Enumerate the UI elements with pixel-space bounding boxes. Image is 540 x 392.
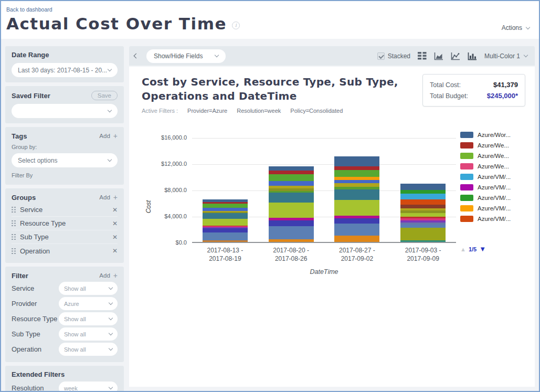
bar-segment[interactable] (269, 174, 314, 181)
stacked-checkbox[interactable] (377, 52, 385, 60)
bar-segment[interactable] (269, 193, 314, 203)
legend-item[interactable]: Azure/VM/... (460, 174, 522, 180)
bar-segment[interactable] (400, 205, 446, 208)
bar-segment[interactable] (334, 200, 379, 215)
bar-segment[interactable] (334, 166, 379, 170)
filter-by-label: Filter By (12, 172, 118, 178)
filter-sub-type-dropdown[interactable]: Show all (59, 327, 118, 341)
filter-provider-dropdown[interactable]: Azure (59, 297, 118, 310)
bar-segment[interactable] (203, 240, 248, 242)
close-icon[interactable]: ✕ (112, 247, 118, 255)
group-item-resource-type[interactable]: Resource Type ✕ (12, 217, 118, 230)
legend-item[interactable]: Azure/We... (460, 163, 522, 169)
tags-add-button[interactable]: Add + (99, 132, 118, 140)
drag-handle-icon[interactable] (12, 234, 16, 240)
area-chart-icon[interactable] (434, 52, 443, 60)
bar-segment[interactable] (334, 189, 379, 200)
legend-page-up-icon[interactable]: ▲ (460, 246, 466, 252)
bar-segment[interactable] (203, 228, 248, 232)
legend-item[interactable]: Azure/VM/... (460, 195, 522, 201)
bar-segment[interactable] (334, 218, 379, 224)
stacked-bar[interactable] (269, 166, 314, 242)
filter-service-dropdown[interactable]: Show all (59, 282, 118, 295)
filter-row-value: Show all (64, 346, 86, 353)
x-axis: 2017-08-13 -2017-08-192017-08-20 -2017-0… (192, 246, 456, 263)
filter-operation-dropdown[interactable]: Show all (59, 343, 118, 356)
saved-filter-dropdown[interactable] (12, 104, 118, 118)
filter-row-label: Service (12, 284, 34, 292)
bar-segment[interactable] (400, 213, 446, 217)
resolution-dropdown[interactable]: week (59, 382, 118, 391)
group-item-operation[interactable]: Operation ✕ (12, 244, 118, 258)
bar-segment[interactable] (400, 199, 446, 204)
show-hide-fields-dropdown[interactable]: Show/Hide Fields (146, 49, 226, 63)
bar-segment[interactable] (400, 194, 446, 199)
bar-segment[interactable] (400, 240, 446, 242)
bar-segment[interactable] (400, 190, 446, 194)
filter-row-label: Resource Type (12, 315, 57, 323)
legend-item[interactable]: Azure/We... (460, 153, 522, 159)
legend-item[interactable]: Azure/VM/... (460, 216, 522, 222)
legend-item[interactable]: Azure/VM/... (460, 184, 522, 190)
legend-swatch (460, 195, 473, 201)
groups-add-button[interactable]: Add + (99, 193, 118, 202)
table-view-icon[interactable] (418, 52, 427, 60)
filter-resource-type-dropdown[interactable]: Show all (59, 312, 118, 325)
bar-segment[interactable] (400, 228, 446, 240)
legend-label: Azure/VM/... (478, 174, 511, 180)
filter-row-sub-type: Sub Type Show all (12, 326, 118, 342)
bar-segment[interactable] (269, 226, 314, 239)
bar-segment[interactable] (203, 219, 248, 226)
stacked-bar[interactable] (400, 184, 446, 242)
bar-segment[interactable] (269, 239, 314, 242)
bar-segment[interactable] (334, 170, 379, 177)
drag-handle-icon[interactable] (12, 220, 16, 226)
date-range-dropdown[interactable]: Last 30 days: 2017-08-15 - 20... (12, 63, 118, 77)
bar-segment[interactable] (269, 220, 314, 226)
color-scheme-dropdown[interactable]: Multi-Color 1 (484, 52, 527, 60)
chevron-down-icon (109, 316, 113, 320)
bar-segment[interactable] (400, 184, 446, 190)
group-item-service[interactable]: Service ✕ (12, 203, 118, 217)
bar-segment[interactable] (203, 204, 248, 208)
save-button[interactable]: Save (91, 91, 118, 100)
close-icon[interactable]: ✕ (112, 220, 118, 227)
tags-group-by-dropdown[interactable]: Select options (12, 153, 118, 167)
drag-handle-icon[interactable] (12, 207, 16, 213)
legend-item[interactable]: Azure/Wor... (460, 132, 522, 138)
plus-icon: + (113, 132, 118, 140)
legend-item[interactable]: Azure/We... (460, 142, 522, 149)
group-item-label: Operation (20, 247, 50, 255)
plot-area (192, 138, 456, 243)
filter-add-button[interactable]: Add + (99, 271, 118, 280)
y-axis-tick: $0.0 (176, 239, 187, 246)
chevron-down-icon (108, 108, 112, 112)
total-cost-value: $41,379 (493, 81, 518, 89)
bar-segment[interactable] (269, 181, 314, 186)
bar-segment[interactable] (334, 236, 379, 242)
close-icon[interactable]: ✕ (112, 234, 118, 241)
legend-item[interactable]: Azure/VM/... (460, 205, 522, 211)
total-budget-value: $245,000* (487, 92, 518, 100)
group-item-sub-type[interactable]: Sub Type ✕ (12, 230, 118, 244)
legend-label: Azure/VM/... (478, 184, 511, 190)
bar-segment[interactable] (334, 224, 379, 236)
saved-filter-section: Saved Filter Save (5, 86, 124, 123)
legend-page-down-icon[interactable]: ▼ (479, 245, 486, 253)
stacked-bar[interactable] (203, 199, 248, 242)
bar-segment[interactable] (203, 232, 248, 240)
drag-handle-icon[interactable] (12, 248, 16, 254)
actions-button[interactable]: Actions (502, 24, 530, 31)
collapse-sidebar-button[interactable] (132, 54, 140, 58)
stacked-bar[interactable] (334, 156, 379, 242)
bar-segment[interactable] (269, 166, 314, 171)
back-to-dashboard-link[interactable]: Back to dashboard (6, 6, 52, 13)
bar-chart-icon[interactable] (468, 52, 477, 60)
bar-segment[interactable] (269, 203, 314, 218)
info-icon[interactable]: i (232, 22, 240, 29)
line-chart-icon[interactable] (451, 52, 460, 60)
active-filters-row: Active Filters : Provider=Azure Resoluti… (142, 108, 522, 114)
close-icon[interactable]: ✕ (112, 206, 118, 214)
bar-segment[interactable] (334, 156, 379, 166)
bar-segment[interactable] (203, 213, 248, 219)
